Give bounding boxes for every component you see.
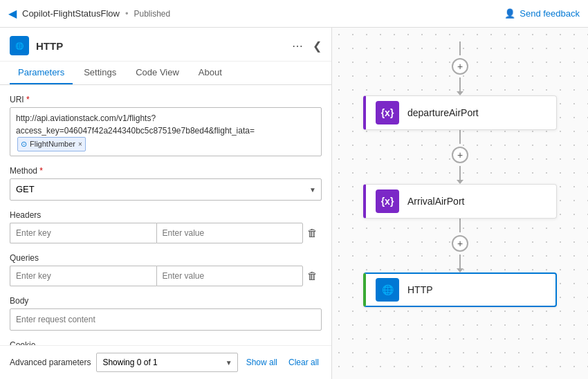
tab-parameters[interactable]: Parameters (10, 62, 73, 84)
advanced-section: Advanced parameters Showing 0 of 1 ▼ Sho… (0, 345, 331, 379)
more-icon: ⋯ (292, 40, 303, 52)
tab-code-view[interactable]: Code View (127, 62, 187, 84)
arrival-node-label: ArrivalAirPort (407, 196, 464, 207)
flight-tag-label: FlightNumber (30, 138, 75, 150)
topbar: ◀ Copilot-FlightStatusFlow • Published 👤… (0, 0, 588, 28)
flow-line-mid2 (459, 219, 461, 232)
clear-all-button[interactable]: Clear all (286, 358, 322, 367)
person-icon: 👤 (504, 8, 515, 19)
headers-delete-icon: 🗑 (307, 227, 318, 239)
advanced-select[interactable]: Showing 0 of 1 (96, 353, 237, 372)
collapse-button[interactable]: ❮ (313, 39, 322, 53)
topbar-left: ◀ Copilot-FlightStatusFlow • Published (8, 7, 170, 20)
right-panel: + {x} departureAirPort + (332, 28, 588, 379)
mid-connector-2: + (459, 219, 461, 272)
http-flow-node-label: HTTP (407, 284, 433, 295)
app-title: Copilot-FlightStatusFlow (22, 8, 120, 19)
add-node-top[interactable]: + (452, 58, 468, 75)
method-required: * (37, 166, 43, 176)
method-select[interactable]: GET POST PUT DELETE PATCH (10, 178, 322, 201)
panel-header-right: ⋯ ❮ (288, 38, 322, 54)
tabs-bar: Parameters Settings Code View About (0, 62, 331, 85)
queries-group: Queries 🗑 (10, 253, 322, 286)
left-panel: 🌐 HTTP ⋯ ❮ Parameters Settings (0, 28, 332, 379)
more-options-button[interactable]: ⋯ (288, 38, 307, 54)
body-label: Body (10, 296, 322, 306)
uri-input-display[interactable]: http://api.aviationstack.com/v1/flights?… (10, 107, 322, 156)
flow-line-mid1 (459, 130, 461, 144)
back-button[interactable]: ◀ (8, 7, 17, 20)
flow-line-after-add-top (459, 77, 461, 91)
headers-value-input[interactable] (156, 223, 304, 243)
flow-line-after-mid2 (459, 255, 461, 268)
flight-tag-remove[interactable]: × (78, 139, 82, 149)
http-flow-node[interactable]: 🌐 HTTP (363, 272, 557, 307)
http-flow-node-icon: 🌐 (376, 278, 399, 302)
show-all-button[interactable]: Show all (244, 358, 280, 367)
collapse-icon: ❮ (313, 40, 322, 52)
departure-node-wrapper: {x} departureAirPort (363, 95, 557, 130)
flight-number-tag: ⊙ FlightNumber × (17, 137, 86, 151)
advanced-select-wrapper: Showing 0 of 1 ▼ (96, 353, 237, 372)
queries-key-input[interactable] (10, 266, 156, 286)
arrival-node-wrapper: {x} ArrivalAirPort (363, 184, 557, 219)
advanced-label: Advanced parameters (10, 358, 91, 367)
add-node-mid1[interactable]: + (452, 147, 468, 163)
arrival-node-icon: {x} (376, 190, 399, 213)
body-input[interactable] (10, 308, 322, 331)
cookie-label: Cookie (10, 340, 322, 346)
http-node-icon: 🌐 (10, 36, 29, 55)
cookie-group: Cookie (10, 340, 322, 346)
departure-icon-text: {x} (381, 107, 394, 118)
top-connector: + (459, 41, 461, 95)
flow-container: + {x} departureAirPort + (349, 35, 571, 314)
departure-airport-node[interactable]: {x} departureAirPort (363, 95, 557, 130)
uri-label: URI * (10, 95, 322, 104)
queries-row: 🗑 (10, 266, 322, 286)
uri-required: * (24, 95, 30, 104)
departure-node-label: departureAirPort (407, 107, 479, 118)
flow-line-after-mid1 (459, 166, 461, 180)
queries-value-input[interactable] (156, 266, 304, 286)
queries-delete-icon: 🗑 (307, 270, 318, 281)
send-feedback-btn[interactable]: 👤 Send feedback (504, 8, 580, 19)
published-status: Published (134, 9, 170, 19)
arrival-icon-text: {x} (381, 196, 394, 207)
body-group: Body (10, 296, 322, 331)
queries-delete-button[interactable]: 🗑 (303, 270, 322, 281)
tab-about[interactable]: About (190, 62, 230, 84)
headers-delete-button[interactable]: 🗑 (303, 227, 322, 239)
departure-node-icon: {x} (376, 101, 399, 124)
method-select-wrapper: GET POST PUT DELETE PATCH ▼ (10, 178, 322, 201)
panel-header: 🌐 HTTP ⋯ ❮ (0, 28, 331, 62)
method-label: Method * (10, 166, 322, 176)
back-icon: ◀ (8, 7, 17, 20)
mid-connector-1: + (459, 130, 461, 184)
queries-label: Queries (10, 253, 322, 263)
headers-label: Headers (10, 210, 322, 220)
method-group: Method * GET POST PUT DELETE PATCH ▼ (10, 166, 322, 201)
headers-group: Headers 🗑 (10, 210, 322, 243)
uri-group: URI * http://api.aviationstack.com/v1/fl… (10, 95, 322, 156)
add-node-mid2[interactable]: + (452, 235, 468, 252)
headers-row: 🗑 (10, 223, 322, 243)
form-content: URI * http://api.aviationstack.com/v1/fl… (0, 85, 331, 345)
headers-key-input[interactable] (10, 223, 156, 243)
flow-line-top (459, 41, 461, 55)
separator: • (125, 8, 129, 19)
tab-settings[interactable]: Settings (75, 62, 125, 84)
send-feedback-label: Send feedback (520, 8, 580, 19)
http-flow-icon-text: 🌐 (382, 284, 394, 295)
flight-tag-icon: ⊙ (21, 138, 27, 150)
main-content: 🌐 HTTP ⋯ ❮ Parameters Settings (0, 28, 588, 379)
panel-title: HTTP (36, 40, 63, 52)
http-node-wrapper: 🌐 HTTP (363, 272, 557, 307)
uri-value-text: http://api.aviationstack.com/v1/flights?… (16, 113, 255, 136)
http-icon-globe: 🌐 (15, 42, 24, 50)
arrival-airport-node[interactable]: {x} ArrivalAirPort (363, 184, 557, 219)
panel-header-left: 🌐 HTTP (10, 36, 63, 55)
